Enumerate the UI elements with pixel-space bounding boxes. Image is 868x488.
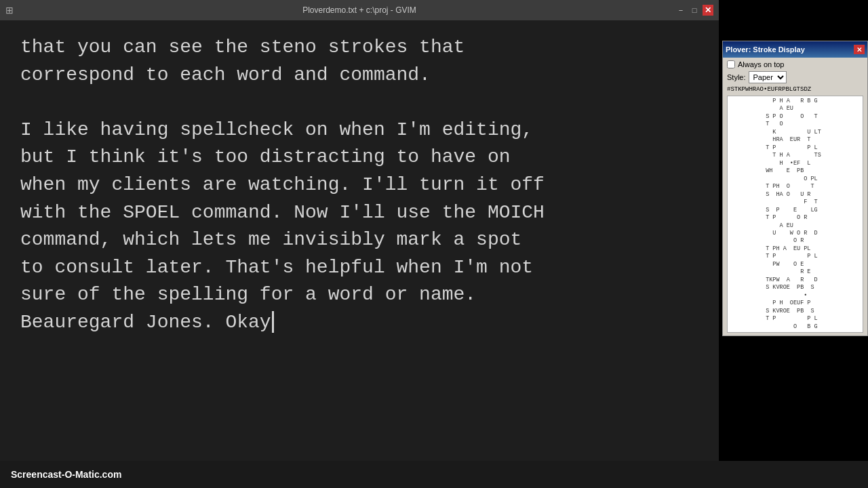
steno-row: H •EF L <box>729 160 861 167</box>
steno-row: • <box>729 292 861 300</box>
minimize-button[interactable]: − <box>675 5 686 16</box>
steno-row: S P O O T <box>729 113 861 121</box>
style-label: Style: <box>727 73 746 81</box>
steno-row: R E <box>729 268 861 276</box>
restore-button[interactable]: □ <box>689 5 700 16</box>
steno-row: T P P L <box>729 253 861 260</box>
steno-row: TKPW A R D <box>729 277 861 284</box>
steno-row: O B G <box>729 323 861 331</box>
always-on-top-checkbox[interactable] <box>727 60 735 68</box>
steno-row: U W O R D <box>729 230 861 237</box>
steno-row: S P E LG <box>729 207 861 214</box>
steno-row: HRA EUR T <box>729 136 861 144</box>
steno-row: PW O E <box>729 261 861 268</box>
steno-row: T P O R <box>729 214 861 222</box>
steno-row: A EU <box>729 222 861 230</box>
style-row: Style: Paper Raw Fancy <box>727 71 863 83</box>
steno-row: P H A R B G <box>729 98 861 105</box>
bottom-bar: Screencast-O-Matic.com <box>0 461 868 488</box>
vim-icon: ⊞ <box>5 5 16 16</box>
steno-row: A EU <box>729 105 861 113</box>
steno-row: K U LT <box>729 129 861 136</box>
steno-row: S KVROE PB S <box>729 308 861 315</box>
steno-row: O R <box>729 237 861 245</box>
plover-title: Plover: Stroke Display <box>726 45 805 54</box>
style-select[interactable]: Paper Raw Fancy <box>749 71 787 83</box>
window-controls: − □ ✕ <box>675 5 713 16</box>
steno-row: P H OEUF P <box>729 300 861 307</box>
plover-content: Always on top Style: Paper Raw Fancy #ST… <box>723 58 867 336</box>
steno-row: T P P L <box>729 144 861 152</box>
steno-row: T PH O T <box>729 183 861 190</box>
main-window: ⊞ Ploverdemo.txt + c:\proj - GVIM − □ ✕ … <box>0 0 719 461</box>
steno-row: S HA O U R <box>729 191 861 199</box>
stroke-code: #STKPWHRAO•EUFRPBLGTSDZ <box>727 86 863 93</box>
steno-row: F T <box>729 199 861 206</box>
text-cursor <box>272 311 274 333</box>
plover-panel: Plover: Stroke Display ✕ Always on top S… <box>722 41 868 336</box>
steno-row: T O <box>729 121 861 128</box>
editor-area[interactable]: that you can see the steno strokes that … <box>0 20 719 461</box>
main-titlebar: ⊞ Ploverdemo.txt + c:\proj - GVIM − □ ✕ <box>0 0 719 20</box>
steno-row: WH E PB <box>729 167 861 175</box>
editor-text: that you can see the steno strokes that … <box>20 34 698 337</box>
steno-row: S KVROE PB S <box>729 284 861 291</box>
close-button[interactable]: ✕ <box>703 5 713 16</box>
steno-row: T P P L <box>729 315 861 323</box>
main-window-title: Ploverdemo.txt + c:\proj - GVIM <box>302 5 416 15</box>
steno-display: P H A R B G A EU S P O O T T O K U LT HR… <box>727 96 863 333</box>
plover-titlebar: Plover: Stroke Display ✕ <box>723 41 867 58</box>
always-on-top-label: Always on top <box>738 60 784 68</box>
screencast-label: Screencast-O-Matic.com <box>11 469 121 480</box>
steno-row: O PL <box>729 176 861 183</box>
plover-close-button[interactable]: ✕ <box>854 45 865 54</box>
steno-row: T PH A EU PL <box>729 245 861 253</box>
always-on-top-row: Always on top <box>727 60 863 68</box>
steno-row: T H A TS <box>729 152 861 159</box>
